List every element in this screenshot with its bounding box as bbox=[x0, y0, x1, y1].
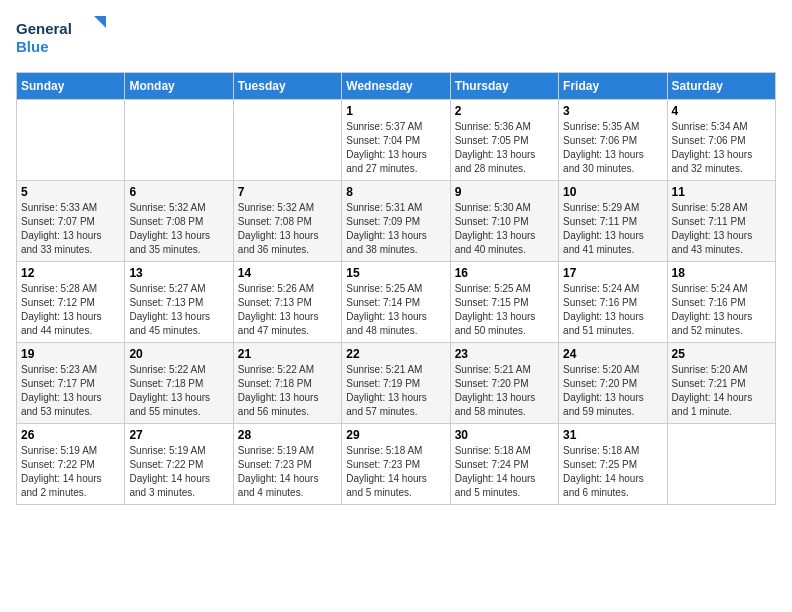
day-of-week-header: Sunday bbox=[17, 73, 125, 100]
day-info: Sunrise: 5:24 AM Sunset: 7:16 PM Dayligh… bbox=[672, 282, 771, 338]
calendar-week-row: 1Sunrise: 5:37 AM Sunset: 7:04 PM Daylig… bbox=[17, 100, 776, 181]
calendar-cell: 5Sunrise: 5:33 AM Sunset: 7:07 PM Daylig… bbox=[17, 181, 125, 262]
day-info: Sunrise: 5:25 AM Sunset: 7:14 PM Dayligh… bbox=[346, 282, 445, 338]
day-number: 13 bbox=[129, 266, 228, 280]
day-number: 8 bbox=[346, 185, 445, 199]
day-number: 16 bbox=[455, 266, 554, 280]
day-number: 9 bbox=[455, 185, 554, 199]
svg-text:Blue: Blue bbox=[16, 38, 49, 55]
day-number: 25 bbox=[672, 347, 771, 361]
calendar-cell: 9Sunrise: 5:30 AM Sunset: 7:10 PM Daylig… bbox=[450, 181, 558, 262]
calendar-cell: 24Sunrise: 5:20 AM Sunset: 7:20 PM Dayli… bbox=[559, 343, 667, 424]
page-header: General Blue bbox=[16, 16, 776, 60]
calendar-cell: 6Sunrise: 5:32 AM Sunset: 7:08 PM Daylig… bbox=[125, 181, 233, 262]
day-number: 6 bbox=[129, 185, 228, 199]
calendar-cell: 11Sunrise: 5:28 AM Sunset: 7:11 PM Dayli… bbox=[667, 181, 775, 262]
day-number: 2 bbox=[455, 104, 554, 118]
calendar-cell: 17Sunrise: 5:24 AM Sunset: 7:16 PM Dayli… bbox=[559, 262, 667, 343]
day-info: Sunrise: 5:34 AM Sunset: 7:06 PM Dayligh… bbox=[672, 120, 771, 176]
day-info: Sunrise: 5:22 AM Sunset: 7:18 PM Dayligh… bbox=[238, 363, 337, 419]
logo-svg: General Blue bbox=[16, 16, 106, 60]
day-number: 3 bbox=[563, 104, 662, 118]
calendar-week-row: 19Sunrise: 5:23 AM Sunset: 7:17 PM Dayli… bbox=[17, 343, 776, 424]
calendar-cell: 15Sunrise: 5:25 AM Sunset: 7:14 PM Dayli… bbox=[342, 262, 450, 343]
day-number: 10 bbox=[563, 185, 662, 199]
day-info: Sunrise: 5:33 AM Sunset: 7:07 PM Dayligh… bbox=[21, 201, 120, 257]
day-number: 22 bbox=[346, 347, 445, 361]
day-number: 28 bbox=[238, 428, 337, 442]
svg-marker-1 bbox=[94, 16, 106, 28]
day-of-week-header: Monday bbox=[125, 73, 233, 100]
calendar-week-row: 5Sunrise: 5:33 AM Sunset: 7:07 PM Daylig… bbox=[17, 181, 776, 262]
day-number: 23 bbox=[455, 347, 554, 361]
calendar-cell: 19Sunrise: 5:23 AM Sunset: 7:17 PM Dayli… bbox=[17, 343, 125, 424]
day-info: Sunrise: 5:28 AM Sunset: 7:12 PM Dayligh… bbox=[21, 282, 120, 338]
calendar-cell: 8Sunrise: 5:31 AM Sunset: 7:09 PM Daylig… bbox=[342, 181, 450, 262]
calendar-cell: 23Sunrise: 5:21 AM Sunset: 7:20 PM Dayli… bbox=[450, 343, 558, 424]
calendar-cell: 22Sunrise: 5:21 AM Sunset: 7:19 PM Dayli… bbox=[342, 343, 450, 424]
day-info: Sunrise: 5:25 AM Sunset: 7:15 PM Dayligh… bbox=[455, 282, 554, 338]
calendar-cell bbox=[125, 100, 233, 181]
calendar-cell: 25Sunrise: 5:20 AM Sunset: 7:21 PM Dayli… bbox=[667, 343, 775, 424]
day-number: 20 bbox=[129, 347, 228, 361]
day-number: 4 bbox=[672, 104, 771, 118]
calendar-cell bbox=[17, 100, 125, 181]
day-of-week-header: Tuesday bbox=[233, 73, 341, 100]
day-of-week-header: Wednesday bbox=[342, 73, 450, 100]
day-info: Sunrise: 5:18 AM Sunset: 7:25 PM Dayligh… bbox=[563, 444, 662, 500]
day-info: Sunrise: 5:30 AM Sunset: 7:10 PM Dayligh… bbox=[455, 201, 554, 257]
calendar-cell: 29Sunrise: 5:18 AM Sunset: 7:23 PM Dayli… bbox=[342, 424, 450, 505]
calendar-cell: 14Sunrise: 5:26 AM Sunset: 7:13 PM Dayli… bbox=[233, 262, 341, 343]
day-info: Sunrise: 5:32 AM Sunset: 7:08 PM Dayligh… bbox=[129, 201, 228, 257]
calendar-cell: 13Sunrise: 5:27 AM Sunset: 7:13 PM Dayli… bbox=[125, 262, 233, 343]
svg-text:General: General bbox=[16, 20, 72, 37]
day-info: Sunrise: 5:19 AM Sunset: 7:23 PM Dayligh… bbox=[238, 444, 337, 500]
calendar-cell: 26Sunrise: 5:19 AM Sunset: 7:22 PM Dayli… bbox=[17, 424, 125, 505]
day-number: 1 bbox=[346, 104, 445, 118]
calendar-cell: 2Sunrise: 5:36 AM Sunset: 7:05 PM Daylig… bbox=[450, 100, 558, 181]
calendar-cell: 18Sunrise: 5:24 AM Sunset: 7:16 PM Dayli… bbox=[667, 262, 775, 343]
calendar-cell: 7Sunrise: 5:32 AM Sunset: 7:08 PM Daylig… bbox=[233, 181, 341, 262]
calendar-header-row: SundayMondayTuesdayWednesdayThursdayFrid… bbox=[17, 73, 776, 100]
calendar-cell: 20Sunrise: 5:22 AM Sunset: 7:18 PM Dayli… bbox=[125, 343, 233, 424]
day-number: 19 bbox=[21, 347, 120, 361]
calendar-cell: 30Sunrise: 5:18 AM Sunset: 7:24 PM Dayli… bbox=[450, 424, 558, 505]
day-info: Sunrise: 5:23 AM Sunset: 7:17 PM Dayligh… bbox=[21, 363, 120, 419]
day-of-week-header: Saturday bbox=[667, 73, 775, 100]
day-number: 11 bbox=[672, 185, 771, 199]
calendar-cell: 4Sunrise: 5:34 AM Sunset: 7:06 PM Daylig… bbox=[667, 100, 775, 181]
day-info: Sunrise: 5:29 AM Sunset: 7:11 PM Dayligh… bbox=[563, 201, 662, 257]
day-of-week-header: Thursday bbox=[450, 73, 558, 100]
day-info: Sunrise: 5:18 AM Sunset: 7:23 PM Dayligh… bbox=[346, 444, 445, 500]
day-number: 17 bbox=[563, 266, 662, 280]
calendar-cell: 10Sunrise: 5:29 AM Sunset: 7:11 PM Dayli… bbox=[559, 181, 667, 262]
calendar-cell: 28Sunrise: 5:19 AM Sunset: 7:23 PM Dayli… bbox=[233, 424, 341, 505]
day-number: 15 bbox=[346, 266, 445, 280]
day-number: 5 bbox=[21, 185, 120, 199]
calendar-cell: 27Sunrise: 5:19 AM Sunset: 7:22 PM Dayli… bbox=[125, 424, 233, 505]
calendar-cell bbox=[667, 424, 775, 505]
day-info: Sunrise: 5:36 AM Sunset: 7:05 PM Dayligh… bbox=[455, 120, 554, 176]
day-info: Sunrise: 5:24 AM Sunset: 7:16 PM Dayligh… bbox=[563, 282, 662, 338]
day-number: 21 bbox=[238, 347, 337, 361]
calendar-cell: 1Sunrise: 5:37 AM Sunset: 7:04 PM Daylig… bbox=[342, 100, 450, 181]
day-number: 30 bbox=[455, 428, 554, 442]
day-info: Sunrise: 5:28 AM Sunset: 7:11 PM Dayligh… bbox=[672, 201, 771, 257]
day-number: 7 bbox=[238, 185, 337, 199]
calendar-cell: 31Sunrise: 5:18 AM Sunset: 7:25 PM Dayli… bbox=[559, 424, 667, 505]
calendar-cell: 21Sunrise: 5:22 AM Sunset: 7:18 PM Dayli… bbox=[233, 343, 341, 424]
day-number: 29 bbox=[346, 428, 445, 442]
day-number: 12 bbox=[21, 266, 120, 280]
day-info: Sunrise: 5:20 AM Sunset: 7:21 PM Dayligh… bbox=[672, 363, 771, 419]
day-info: Sunrise: 5:27 AM Sunset: 7:13 PM Dayligh… bbox=[129, 282, 228, 338]
day-of-week-header: Friday bbox=[559, 73, 667, 100]
day-info: Sunrise: 5:21 AM Sunset: 7:19 PM Dayligh… bbox=[346, 363, 445, 419]
calendar-week-row: 26Sunrise: 5:19 AM Sunset: 7:22 PM Dayli… bbox=[17, 424, 776, 505]
calendar-cell bbox=[233, 100, 341, 181]
day-info: Sunrise: 5:21 AM Sunset: 7:20 PM Dayligh… bbox=[455, 363, 554, 419]
logo: General Blue bbox=[16, 16, 106, 60]
day-info: Sunrise: 5:20 AM Sunset: 7:20 PM Dayligh… bbox=[563, 363, 662, 419]
calendar-cell: 3Sunrise: 5:35 AM Sunset: 7:06 PM Daylig… bbox=[559, 100, 667, 181]
day-info: Sunrise: 5:19 AM Sunset: 7:22 PM Dayligh… bbox=[129, 444, 228, 500]
day-number: 26 bbox=[21, 428, 120, 442]
